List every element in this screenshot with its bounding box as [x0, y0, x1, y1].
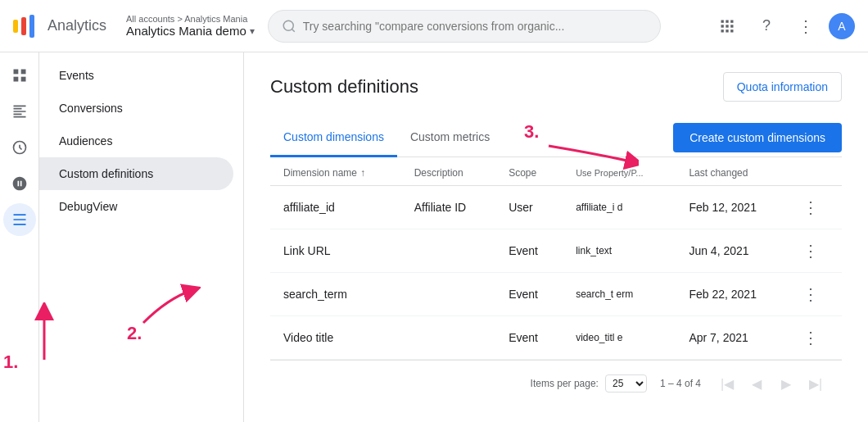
- sidebar: Events Conversions Audiences Custom defi…: [39, 52, 244, 422]
- row-more-icon[interactable]: ⋮: [802, 285, 820, 303]
- tab-custom-dimensions[interactable]: Custom dimensions: [270, 118, 397, 157]
- google-analytics-logo: [13, 15, 34, 38]
- pagination-range: 1 – 4 of 4: [660, 378, 701, 389]
- table-row: Link URL Event link_text Jun 4, 2021 ⋮: [270, 229, 842, 273]
- col-header-scope: Scope: [495, 157, 563, 186]
- svg-rect-2: [721, 20, 724, 22]
- topbar-actions: ? ⋮ A: [711, 10, 855, 43]
- table-row: search_term Event search_t erm Feb 22, 2…: [270, 273, 842, 316]
- cell-scope: Event: [495, 273, 563, 316]
- cell-last-changed: Apr 7, 2021: [676, 316, 789, 360]
- search-icon: [282, 19, 296, 34]
- last-page-button[interactable]: ▶|: [802, 370, 829, 397]
- cell-use-property: video_titl e: [563, 316, 676, 360]
- breadcrumb: All accounts > Analytics Mania Analytics…: [126, 14, 255, 38]
- tab-custom-metrics[interactable]: Custom metrics: [397, 118, 503, 157]
- content-header: Custom definitions Quota information: [270, 72, 842, 102]
- cell-row-menu[interactable]: ⋮: [789, 273, 842, 316]
- breadcrumb-parent: All accounts > Analytics Mania: [126, 14, 255, 24]
- svg-rect-5: [721, 25, 724, 27]
- svg-rect-13: [13, 77, 18, 82]
- svg-rect-7: [730, 25, 733, 27]
- table-row: Video title Event video_titl e Apr 7, 20…: [270, 316, 842, 360]
- cell-row-menu[interactable]: ⋮: [789, 229, 842, 273]
- cell-dimension-name: affiliate_id: [270, 186, 401, 229]
- chevron-down-icon[interactable]: ▾: [250, 25, 255, 37]
- prev-page-button[interactable]: ◀: [744, 370, 770, 397]
- sidebar-item-events[interactable]: Events: [39, 59, 233, 92]
- cell-use-property: affiliate_i d: [563, 186, 676, 229]
- table-row: affiliate_id Affiliate ID User affiliate…: [270, 186, 842, 229]
- cell-dimension-name: Link URL: [270, 229, 401, 273]
- cell-last-changed: Jun 4, 2021: [676, 229, 789, 273]
- cell-use-property: search_t erm: [563, 273, 676, 316]
- cell-description: Affiliate ID: [401, 186, 496, 229]
- rail-icon-home[interactable]: [3, 59, 36, 92]
- breadcrumb-current: Analytics Mania demo: [126, 24, 246, 38]
- main-content: Custom definitions Quota information Cus…: [244, 52, 868, 422]
- svg-rect-10: [730, 29, 733, 32]
- cell-row-menu[interactable]: ⋮: [789, 186, 842, 229]
- sidebar-item-audiences[interactable]: Audiences: [39, 125, 233, 157]
- cell-description: [401, 316, 496, 360]
- cell-last-changed: Feb 12, 2021: [676, 186, 789, 229]
- app-title: Analytics: [47, 17, 106, 34]
- sidebar-item-custom-definitions[interactable]: Custom definitions: [39, 157, 233, 190]
- rail-icon-advertising[interactable]: [3, 167, 36, 200]
- pagination-nav: |◀ ◀ ▶ ▶|: [714, 370, 829, 397]
- svg-rect-11: [13, 70, 18, 75]
- cell-description: [401, 229, 496, 273]
- svg-point-0: [283, 20, 293, 30]
- cell-scope: Event: [495, 316, 563, 360]
- apps-icon-button[interactable]: [711, 10, 744, 43]
- avatar[interactable]: A: [829, 13, 855, 39]
- rail-icon-reports[interactable]: [3, 95, 36, 128]
- first-page-button[interactable]: |◀: [714, 370, 740, 397]
- cell-scope: Event: [495, 229, 563, 273]
- cell-description: [401, 273, 496, 316]
- cell-scope: User: [495, 186, 563, 229]
- svg-rect-8: [721, 29, 724, 32]
- items-per-page-select[interactable]: 25 50 100: [605, 374, 647, 393]
- cell-row-menu[interactable]: ⋮: [789, 316, 842, 360]
- pagination-items-per-page: Items per page: 25 50 100: [531, 374, 647, 393]
- col-header-actions: [789, 157, 842, 186]
- col-header-dimension-name: Dimension name ↑: [270, 157, 401, 186]
- row-more-icon[interactable]: ⋮: [802, 329, 820, 347]
- rail-icon-configure[interactable]: [3, 203, 36, 236]
- svg-rect-9: [726, 29, 728, 32]
- row-more-icon[interactable]: ⋮: [802, 242, 820, 260]
- col-header-description: Description: [401, 157, 496, 186]
- sidebar-item-debugview[interactable]: DebugView: [39, 190, 233, 223]
- next-page-button[interactable]: ▶: [773, 370, 799, 397]
- create-custom-dimensions-button[interactable]: Create custom dimensions: [673, 123, 842, 152]
- dimensions-table: Dimension name ↑ Description Scope Use P…: [270, 157, 842, 360]
- row-more-icon[interactable]: ⋮: [802, 198, 820, 216]
- search-bar[interactable]: [268, 10, 661, 43]
- help-icon: ?: [762, 17, 771, 34]
- sort-arrow-icon[interactable]: ↑: [360, 167, 365, 179]
- quota-information-button[interactable]: Quota information: [723, 72, 842, 102]
- tabs-left: Custom dimensions Custom metrics: [270, 118, 503, 157]
- rail-icon-explore[interactable]: [3, 131, 36, 164]
- pagination: Items per page: 25 50 100 1 – 4 of 4 |◀ …: [270, 360, 842, 406]
- svg-rect-6: [726, 25, 728, 27]
- col-header-last-changed: Last changed: [676, 157, 789, 186]
- col-header-use-property: Use Property/P...: [563, 157, 676, 186]
- svg-line-1: [292, 29, 294, 31]
- more-icon: ⋮: [798, 16, 814, 36]
- svg-rect-3: [726, 20, 728, 22]
- help-icon-button[interactable]: ?: [750, 10, 783, 43]
- svg-rect-14: [20, 77, 25, 82]
- more-options-button[interactable]: ⋮: [789, 10, 822, 43]
- svg-rect-12: [20, 70, 25, 75]
- sidebar-item-conversions[interactable]: Conversions: [39, 92, 233, 125]
- icon-rail: [0, 52, 39, 422]
- apps-icon: [719, 18, 735, 34]
- cell-dimension-name: search_term: [270, 273, 401, 316]
- svg-rect-4: [730, 20, 733, 22]
- search-input[interactable]: [303, 20, 647, 33]
- page-title: Custom definitions: [270, 76, 418, 98]
- cell-use-property: link_text: [563, 229, 676, 273]
- tabs-bar: Custom dimensions Custom metrics Create …: [270, 118, 842, 157]
